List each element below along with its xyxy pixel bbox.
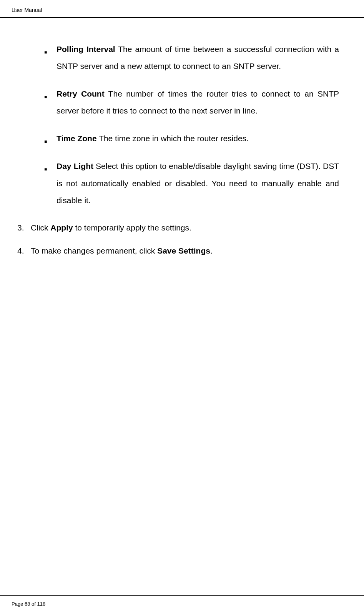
bullet-item-retry-count: ■ Retry Count The number of times the ro…	[44, 85, 339, 119]
step-bold: Apply	[50, 223, 73, 232]
step-prefix: Click	[31, 223, 50, 232]
step-number: 4.	[17, 243, 31, 259]
bullet-item-time-zone: ■ Time Zone The time zone in which the r…	[44, 130, 339, 147]
step-suffix: to temporarily apply the settings.	[73, 223, 191, 232]
step-apply: 3. Click Apply to temporarily apply the …	[17, 220, 347, 236]
bullet-text: Day Light Select this option to enable/d…	[57, 158, 339, 209]
bullet-list: ■ Polling Interval The amount of time be…	[44, 41, 339, 209]
step-text: Click Apply to temporarily apply the set…	[31, 220, 347, 236]
bullet-label: Retry Count	[57, 89, 105, 98]
square-bullet-icon: ■	[44, 85, 57, 102]
bullet-item-day-light: ■ Day Light Select this option to enable…	[44, 158, 339, 209]
square-bullet-icon: ■	[44, 41, 57, 57]
step-prefix: To make changes permanent, click	[31, 246, 157, 255]
square-bullet-icon: ■	[44, 130, 57, 147]
numbered-list: 3. Click Apply to temporarily apply the …	[17, 220, 347, 259]
bullet-text: Retry Count The number of times the rout…	[57, 85, 339, 119]
page-number: Page 68 of 118	[12, 601, 45, 607]
step-number: 3.	[17, 220, 31, 236]
bullet-text: Polling Interval The amount of time betw…	[57, 41, 339, 75]
step-suffix: .	[210, 246, 213, 255]
square-bullet-icon: ■	[44, 158, 57, 174]
step-bold: Save Settings	[157, 246, 210, 255]
page-content: ■ Polling Interval The amount of time be…	[0, 18, 364, 281]
bullet-label: Polling Interval	[57, 45, 115, 53]
step-text: To make changes permanent, click Save Se…	[31, 243, 347, 259]
bullet-item-polling-interval: ■ Polling Interval The amount of time be…	[44, 41, 339, 75]
step-save-settings: 4. To make changes permanent, click Save…	[17, 243, 347, 259]
bullet-description: The time zone in which the router reside…	[97, 134, 249, 143]
page-header: User Manual	[0, 0, 364, 18]
header-title: User Manual	[12, 7, 42, 13]
page-footer: Page 68 of 118	[0, 595, 364, 616]
bullet-description: Select this option to enable/disable day…	[57, 162, 339, 204]
bullet-label: Day Light	[57, 162, 93, 170]
bullet-label: Time Zone	[57, 134, 97, 143]
bullet-text: Time Zone The time zone in which the rou…	[57, 130, 339, 147]
